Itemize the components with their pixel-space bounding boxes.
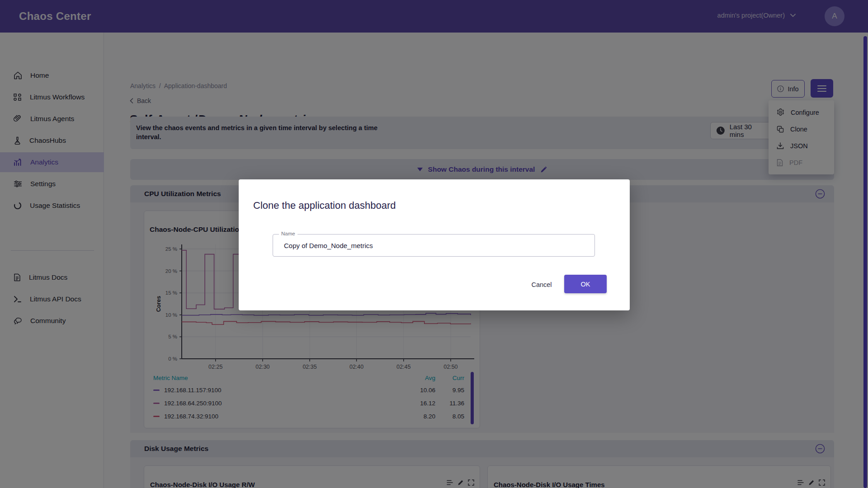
ok-button[interactable]: OK	[564, 275, 607, 293]
modal-title: Clone the application dashboard	[253, 200, 396, 211]
name-field: Name	[273, 234, 595, 257]
clone-dashboard-modal: Clone the application dashboard Name Can…	[239, 179, 630, 310]
name-input[interactable]	[273, 235, 594, 256]
cancel-button[interactable]: Cancel	[524, 277, 560, 293]
